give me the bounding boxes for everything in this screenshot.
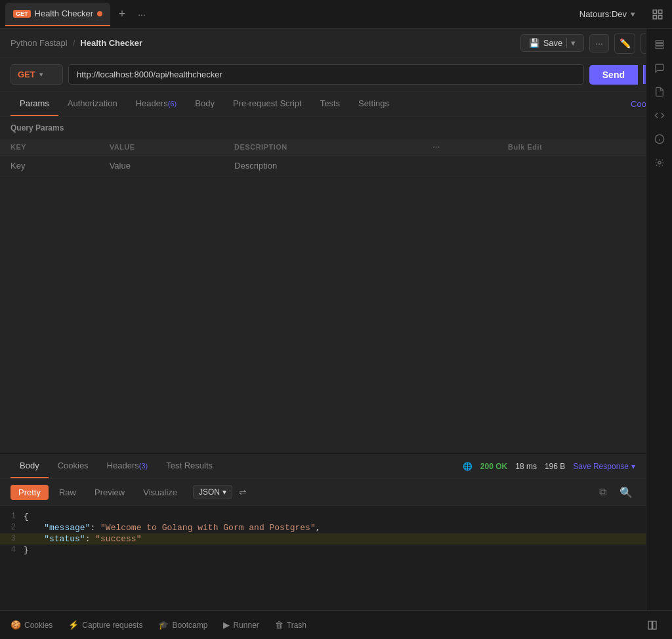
active-tab[interactable]: GET Health Checker xyxy=(5,3,110,26)
bottom-trash-label: Trash xyxy=(287,621,306,630)
res-tab-cookies[interactable]: Cookies xyxy=(49,454,98,478)
profile-icon[interactable] xyxy=(648,5,667,24)
workspace-selector[interactable]: Natours:Dev ▾ xyxy=(574,7,640,22)
body-actions: ⧉ 🔍 xyxy=(593,483,635,501)
code-close-brace: } xyxy=(24,545,29,555)
request-bar: GET ▾ Send ▾ xyxy=(0,58,672,92)
body-format-tabs: Pretty Raw Preview Visualize JSON ▾ ⇌ ⧉ … xyxy=(0,479,646,506)
response-size: 196 B xyxy=(545,462,565,471)
sidebar-docs-icon[interactable] xyxy=(649,81,670,102)
workspace-chevron-icon: ▾ xyxy=(631,9,635,19)
code-message-key: "message" xyxy=(44,523,90,533)
bottom-runner-label: Runner xyxy=(233,621,259,630)
line-number-1: 1 xyxy=(0,512,24,521)
col-value: VALUE xyxy=(99,139,224,155)
url-input[interactable] xyxy=(68,64,584,85)
response-code-view: 1 { 2 "message": "Welcome to Golang with… xyxy=(0,506,646,610)
code-open-brace: { xyxy=(24,512,29,522)
line-number-4: 4 xyxy=(0,545,24,554)
line-number-2: 2 xyxy=(0,523,24,532)
sidebar-info-icon[interactable] xyxy=(649,129,670,150)
bootcamp-icon: 🎓 xyxy=(158,620,169,630)
res-tab-test-results[interactable]: Test Results xyxy=(157,454,222,478)
request-tabs-row: Params Authorization Headers(6) Body Pre… xyxy=(0,92,672,117)
res-tab-headers[interactable]: Headers(3) xyxy=(98,454,158,478)
tab-params[interactable]: Params xyxy=(10,92,58,116)
svg-point-10 xyxy=(658,161,661,164)
svg-rect-12 xyxy=(653,621,656,629)
bottom-cookies[interactable]: 🍪 Cookies xyxy=(10,620,52,630)
sidebar-settings-icon[interactable] xyxy=(649,152,670,173)
globe-icon: 🌐 xyxy=(463,462,472,471)
svg-rect-2 xyxy=(653,15,656,18)
tab-bar-actions xyxy=(648,5,667,24)
capture-icon: ⚡ xyxy=(68,620,79,630)
col-bulk-edit[interactable]: Bulk Edit xyxy=(497,139,646,155)
sidebar-code-icon[interactable] xyxy=(649,105,670,126)
format-tab-visualize[interactable]: Visualize xyxy=(135,485,185,500)
format-chevron-icon: ▾ xyxy=(222,487,226,497)
svg-rect-0 xyxy=(653,10,656,13)
params-table: KEY VALUE DESCRIPTION ··· Bulk Edit Key … xyxy=(0,139,646,176)
status-indicators: 🌐 200 OK 18 ms 196 B Save Response ▾ xyxy=(463,462,635,471)
tab-authorization[interactable]: Authorization xyxy=(58,92,127,116)
col-more: ··· xyxy=(423,139,498,155)
app-layout: GET Health Checker + ··· Natours:Dev ▾ P… xyxy=(0,0,672,639)
sidebar-comment-icon[interactable] xyxy=(649,58,670,79)
breadcrumb-more-button[interactable]: ··· xyxy=(589,34,609,52)
trash-icon: 🗑 xyxy=(275,620,284,630)
description-cell[interactable]: Description xyxy=(224,155,422,176)
copy-icon[interactable]: ⧉ xyxy=(593,483,612,501)
format-tab-raw[interactable]: Raw xyxy=(51,485,84,500)
save-button[interactable]: 💾 Save ▾ xyxy=(520,34,585,52)
search-icon[interactable]: 🔍 xyxy=(617,483,635,501)
breadcrumb-separator: / xyxy=(73,38,75,48)
main-content: Query Params KEY VALUE DESCRIPTION ··· B… xyxy=(0,117,646,610)
edit-button[interactable]: ✏️ xyxy=(614,33,635,54)
tab-more-button[interactable]: ··· xyxy=(134,7,150,22)
format-tab-preview[interactable]: Preview xyxy=(87,485,133,500)
format-tab-pretty[interactable]: Pretty xyxy=(10,485,49,500)
tab-settings[interactable]: Settings xyxy=(349,92,398,116)
layout-icon[interactable] xyxy=(643,616,662,634)
tab-body[interactable]: Body xyxy=(186,92,224,116)
col-key: KEY xyxy=(0,139,99,155)
status-code: 200 OK xyxy=(480,462,507,471)
filter-icon[interactable]: ⇌ xyxy=(239,487,247,497)
save-icon: 💾 xyxy=(529,38,539,48)
workspace-name: Natours:Dev xyxy=(579,9,627,19)
table-row: Key Value Description xyxy=(0,155,646,176)
sidebar-collection-icon[interactable] xyxy=(649,34,670,55)
response-time: 18 ms xyxy=(515,462,537,471)
tab-pre-request[interactable]: Pre-request Script xyxy=(224,92,311,116)
save-response-chevron-icon: ▾ xyxy=(631,462,635,471)
save-response-button[interactable]: Save Response ▾ xyxy=(573,462,635,471)
bottom-runner[interactable]: ▶ Runner xyxy=(223,620,259,630)
response-tabs-row: Body Cookies Headers(3) Test Results 🌐 2… xyxy=(0,454,646,479)
save-chevron-icon[interactable]: ▾ xyxy=(566,38,576,48)
cookies-icon: 🍪 xyxy=(10,620,21,630)
tab-headers[interactable]: Headers(6) xyxy=(127,92,186,116)
bottom-bootcamp[interactable]: 🎓 Bootcamp xyxy=(158,620,207,630)
breadcrumb-actions: 💾 Save ▾ ··· ✏️ 💬 xyxy=(520,33,662,54)
tab-unsaved-dot xyxy=(97,11,102,16)
bottom-cookies-label: Cookies xyxy=(24,621,52,630)
value-cell[interactable]: Value xyxy=(99,155,224,176)
query-params-title: Query Params xyxy=(0,117,646,139)
bottom-trash[interactable]: 🗑 Trash xyxy=(275,620,306,630)
bottom-capture[interactable]: ⚡ Capture requests xyxy=(68,620,142,630)
method-select[interactable]: GET ▾ xyxy=(10,64,63,85)
content-area: Query Params KEY VALUE DESCRIPTION ··· B… xyxy=(0,117,646,610)
key-cell[interactable]: Key xyxy=(0,155,99,176)
tab-title: Health Checker xyxy=(35,9,94,18)
tab-tests[interactable]: Tests xyxy=(311,92,349,116)
send-button[interactable]: Send xyxy=(589,65,638,85)
res-tab-body[interactable]: Body xyxy=(10,454,49,478)
svg-rect-11 xyxy=(648,621,652,629)
new-tab-button[interactable]: + xyxy=(113,5,131,24)
code-line-2: 2 "message": "Welcome to Golang with Gor… xyxy=(0,522,646,533)
format-select[interactable]: JSON ▾ xyxy=(193,485,232,499)
breadcrumb-parent[interactable]: Python Fastapi xyxy=(10,38,68,48)
line-number-3: 3 xyxy=(0,534,24,543)
code-line-4: 4 } xyxy=(0,545,646,556)
